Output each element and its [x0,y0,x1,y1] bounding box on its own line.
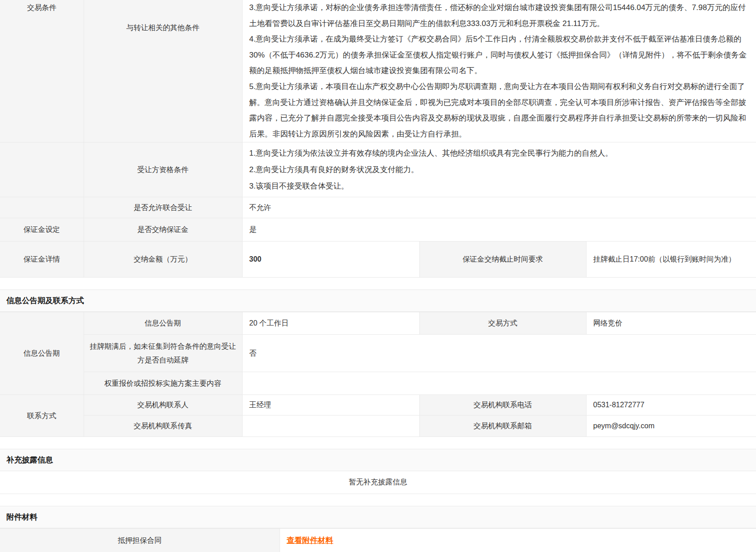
group-label-contact: 联系方式 [27,412,56,420]
label-auto-extend: 挂牌期满后，如未征集到符合条件的意向受让方是否自动延牌 [90,342,236,364]
label-cell-weighted-plan: 权重报价或招投标实施方案主要内容 [84,372,242,395]
value-contact-email: peym@sdcqjy.com [593,422,655,430]
other-conditions-paragraph-4: 4.意向受让方须承诺，在成为最终受让方签订《产权交易合同》后5个工作日内，付清全… [249,32,747,79]
label-cell-contact-fax: 交易机构联系传真 [84,415,242,437]
value-cell-deposit-required: 是 [242,218,756,242]
label-other-conditions: 与转让相关的其他条件 [127,24,200,32]
value-cell-attachment-link: 查看附件材料 [280,529,756,552]
row-other-conditions: 交易条件 与转让相关的其他条件 3.意向受让方须承诺，对标的企业债务承担连带清偿… [0,0,756,142]
label-cell-joint-transfer: 是否允许联合受让 [84,197,242,218]
group-label-deposit-detail: 保证金详情 [23,255,60,263]
view-attachment-link[interactable]: 查看附件材料 [287,536,333,545]
section-title-announcement-contact: 信息公告期及联系方式 [6,295,84,306]
label-cell-announce-period: 信息公告期 [84,312,242,335]
label-cell-qualification: 受让方资格条件 [84,142,242,197]
row-auto-extend: 挂牌期满后，如未征集到符合条件的意向受让方是否自动延牌 否 [0,335,756,372]
label-deposit-amount: 交纳金额（万元） [134,255,192,263]
group-cell-empty-1 [0,142,84,197]
group-label-announce-period: 信息公告期 [23,349,60,357]
section-title-attachments: 附件材料 [6,512,37,522]
label-qualification: 受让方资格条件 [137,166,189,173]
group-cell-deposit-detail: 保证金详情 [0,242,84,278]
value-cell-qualification: 1.意向受让方须为依法设立并有效存续的境内企业法人、其他经济组织或具有完全民事行… [242,142,756,197]
value-cell-weighted-plan [242,372,756,395]
supplementary-empty-text: 暂无补充披露信息 [349,478,407,487]
section-header-attachments: 附件材料 [0,506,756,528]
value-deposit-deadline: 挂牌截止日17:00前（以银行到账时间为准） [593,255,736,263]
row-announce-period: 信息公告期 信息公告期 20 个工作日 交易方式 网络竞价 [0,312,756,335]
row-weighted-plan: 权重报价或招投标实施方案主要内容 [0,372,756,395]
row-qualification: 受让方资格条件 1.意向受让方须为依法设立并有效存续的境内企业法人、其他经济组织… [0,142,756,197]
value-cell-contact-phone: 0531-81272777 [586,395,756,415]
section-gap-2 [0,437,756,449]
qualification-line-3: 3.该项目不接受联合体受让。 [249,178,750,195]
label-deposit-required: 是否交纳保证金 [137,226,189,233]
value-cell-other-conditions: 3.意向受让方须承诺，对标的企业债务承担连带清偿责任，偿还标的企业对烟台城市建设… [242,0,756,142]
value-cell-deposit-amount: 300 [242,242,419,278]
label-cell-trade-method: 交易方式 [419,312,586,335]
attachments-table: 抵押担保合同 查看附件材料 [0,528,756,552]
label-cell-contact-email: 交易机构联系邮箱 [419,415,586,437]
section-gap-3 [0,494,756,506]
value-joint-transfer: 不允许 [249,204,271,211]
value-contact-phone: 0531-81272777 [593,401,645,409]
row-deposit-detail: 保证金详情 交纳金额（万元） 300 保证金交纳截止时间要求 挂牌截止日17:0… [0,242,756,278]
value-cell-announce-period: 20 个工作日 [242,312,419,335]
label-announce-period: 信息公告期 [145,319,181,327]
group-cell-contact: 联系方式 [0,395,84,437]
value-cell-joint-transfer: 不允许 [242,197,756,218]
value-cell-contact-person: 王经理 [242,395,419,415]
value-deposit-required: 是 [249,226,257,233]
value-cell-deposit-deadline: 挂牌截止日17:00前（以银行到账时间为准） [586,242,756,278]
value-trade-method: 网络竞价 [593,319,623,327]
label-weighted-plan: 权重报价或招投标实施方案主要内容 [105,379,222,387]
trade-conditions-table: 交易条件 与转让相关的其他条件 3.意向受让方须承诺，对标的企业债务承担连带清偿… [0,0,756,278]
row-attachment: 抵押担保合同 查看附件材料 [0,529,756,552]
qualification-line-2: 2.意向受让方须具有良好的财务状况及支付能力。 [249,162,750,178]
value-cell-auto-extend: 否 [242,335,756,372]
group-cell-trade-conditions: 交易条件 [0,0,84,142]
label-contact-phone: 交易机构联系电话 [474,401,532,409]
qualification-line-1: 1.意向受让方须为依法设立并有效存续的境内企业法人、其他经济组织或具有完全民事行… [249,145,750,162]
row-contact-fax-email: 交易机构联系传真 交易机构联系邮箱 peym@sdcqjy.com [0,415,756,437]
label-cell-deposit-required: 是否交纳保证金 [84,218,242,242]
section-header-announcement-contact: 信息公告期及联系方式 [0,289,756,312]
row-deposit-set: 保证金设定 是否交纳保证金 是 [0,218,756,242]
label-contact-person: 交易机构联系人 [137,401,189,409]
other-conditions-paragraph-3: 3.意向受让方须承诺，对标的企业债务承担连带清偿责任，偿还标的企业对烟台城市建设… [249,0,747,32]
value-cell-trade-method: 网络竞价 [586,312,756,335]
announcement-contact-table: 信息公告期 信息公告期 20 个工作日 交易方式 网络竞价 挂牌期满后，如未征集… [0,312,756,437]
label-cell-other-conditions: 与转让相关的其他条件 [84,0,242,142]
group-cell-empty-2 [0,197,84,218]
section-header-supplementary: 补充披露信息 [0,449,756,471]
label-trade-method: 交易方式 [488,319,518,327]
value-cell-contact-fax [242,415,419,437]
label-contact-fax: 交易机构联系传真 [134,422,192,430]
label-cell-attachment-name: 抵押担保合同 [0,529,280,552]
value-contact-person: 王经理 [249,401,271,409]
group-cell-deposit-set: 保证金设定 [0,218,84,242]
label-cell-contact-person: 交易机构联系人 [84,395,242,415]
supplementary-empty-row: 暂无补充披露信息 [0,471,756,494]
value-deposit-amount: 300 [249,255,262,263]
row-contact-person: 联系方式 交易机构联系人 王经理 交易机构联系电话 0531-81272777 [0,395,756,415]
section-gap-1 [0,278,756,289]
other-conditions-paragraph-5: 5.意向受让方须承诺，本项目在山东产权交易中心公告期即为尽职调查期，意向受让方在… [249,79,747,142]
label-cell-contact-phone: 交易机构联系电话 [419,395,586,415]
label-joint-transfer: 是否允许联合受让 [134,204,192,211]
label-deposit-deadline: 保证金交纳截止时间要求 [463,255,543,263]
label-cell-deposit-amount: 交纳金额（万元） [84,242,242,278]
label-cell-auto-extend: 挂牌期满后，如未征集到符合条件的意向受让方是否自动延牌 [84,335,242,372]
group-cell-announce-period: 信息公告期 [0,312,84,395]
value-auto-extend: 否 [249,349,257,357]
label-cell-deposit-deadline: 保证金交纳截止时间要求 [419,242,586,278]
value-cell-contact-email: peym@sdcqjy.com [586,415,756,437]
label-contact-email: 交易机构联系邮箱 [474,422,532,430]
label-attachment-name: 抵押担保合同 [118,536,162,544]
value-announce-period: 20 个工作日 [249,319,289,327]
row-joint-transfer: 是否允许联合受让 不允许 [0,197,756,218]
group-label-deposit-set: 保证金设定 [23,226,60,233]
group-label-trade-conditions: 交易条件 [27,4,56,11]
section-title-supplementary: 补充披露信息 [6,455,53,465]
